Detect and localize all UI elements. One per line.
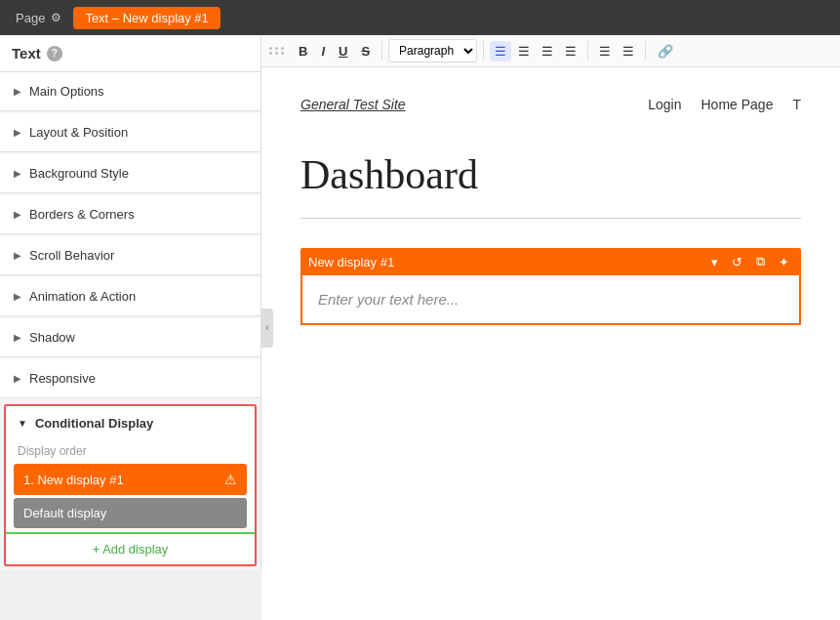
chevron-right-icon: ▶ — [14, 291, 21, 302]
list-ol-button[interactable]: ☰ — [618, 41, 639, 62]
site-logo[interactable]: General Test Site — [300, 97, 406, 112]
chevron-right-icon: ▶ — [14, 168, 21, 179]
section-layout-position-header[interactable]: ▶ Layout & Position — [0, 113, 260, 151]
section-animation-action-header[interactable]: ▶ Animation & Action — [0, 277, 260, 315]
section-layout-position-label: Layout & Position — [29, 125, 128, 140]
text-widget-placeholder: Enter your text here... — [318, 291, 459, 308]
display-item-default[interactable]: Default display — [14, 498, 247, 528]
widget-title: New display #1 — [308, 255, 701, 269]
display-item-new-label: 1. New display #1 — [23, 473, 124, 487]
text-widget-bar: New display #1 ▾ ↺ ⧉ ✦ — [300, 248, 801, 275]
toolbar-separator-2 — [483, 41, 484, 61]
section-scroll-behavior[interactable]: ▶ Scroll Behavior — [0, 236, 260, 275]
format-toolbar: B I U S Paragraph Heading 1 Heading 2 He… — [261, 35, 840, 67]
section-shadow[interactable]: ▶ Shadow — [0, 318, 260, 357]
top-bar: Page ⚙ Text – New display #1 — [0, 0, 840, 35]
nav-link-t[interactable]: T — [792, 97, 801, 112]
align-left-button[interactable]: ☰ — [490, 41, 511, 62]
strikethrough-button[interactable]: S — [355, 41, 376, 62]
align-justify-button[interactable]: ☰ — [560, 41, 581, 62]
text-widget-body[interactable]: Enter your text here... — [300, 275, 801, 325]
section-main-options[interactable]: ▶ Main Options — [0, 72, 260, 111]
section-scroll-behavior-header[interactable]: ▶ Scroll Behavior — [0, 236, 260, 274]
section-responsive-label: Responsive — [29, 371, 96, 386]
widget-copy-btn[interactable]: ⧉ — [752, 252, 769, 271]
paragraph-select[interactable]: Paragraph Heading 1 Heading 2 Heading 3 — [388, 39, 477, 62]
chevron-right-icon: ▶ — [14, 127, 21, 138]
italic-button[interactable]: I — [315, 41, 331, 62]
text-widget: New display #1 ▾ ↺ ⧉ ✦ Enter your text h… — [300, 248, 801, 325]
section-main-options-header[interactable]: ▶ Main Options — [0, 72, 260, 110]
chevron-right-icon: ▶ — [14, 373, 21, 384]
warning-icon: ⚠ — [224, 472, 237, 487]
toolbar-separator-1 — [381, 41, 382, 61]
nav-link-home[interactable]: Home Page — [701, 97, 774, 112]
drag-handle[interactable] — [269, 47, 285, 55]
widget-undo-btn[interactable]: ↺ — [728, 253, 746, 271]
active-tab-label: Text – New display #1 — [85, 11, 208, 25]
page-label: Page — [16, 11, 45, 25]
site-nav: General Test Site Login Home Page T — [300, 87, 801, 122]
section-animation-action-label: Animation & Action — [29, 289, 136, 304]
sidebar-wrapper: Text ? ▶ Main Options ▶ Layout & Positio… — [0, 35, 261, 620]
align-center-button[interactable]: ☰ — [513, 41, 535, 62]
chevron-right-icon: ▶ — [14, 209, 21, 220]
add-display-button[interactable]: + Add display — [6, 532, 255, 564]
sidebar: Text ? ▶ Main Options ▶ Layout & Positio… — [0, 35, 261, 570]
section-responsive[interactable]: ▶ Responsive — [0, 359, 260, 398]
gear-icon: ⚙ — [51, 11, 61, 24]
page-content: General Test Site Login Home Page T Dash… — [261, 67, 840, 620]
widget-dropdown-btn[interactable]: ▾ — [707, 253, 722, 271]
content-area: B I U S Paragraph Heading 1 Heading 2 He… — [261, 35, 840, 620]
section-background-style-header[interactable]: ▶ Background Style — [0, 154, 260, 192]
sidebar-header: Text ? — [0, 35, 260, 72]
toolbar-separator-3 — [587, 41, 588, 61]
conditional-display-header[interactable]: ▼ Conditional Display — [6, 406, 255, 440]
section-scroll-behavior-label: Scroll Behavior — [29, 248, 114, 263]
bold-button[interactable]: B — [293, 41, 313, 62]
chevron-right-icon: ▶ — [14, 332, 21, 343]
page-divider — [300, 218, 801, 219]
help-icon[interactable]: ? — [47, 46, 62, 62]
widget-settings-btn[interactable]: ✦ — [775, 253, 793, 271]
section-background-style-label: Background Style — [29, 166, 129, 181]
chevron-right-icon: ▶ — [14, 250, 21, 261]
conditional-display-section: ▼ Conditional Display Display order 1. N… — [4, 404, 257, 566]
active-tab[interactable]: Text – New display #1 — [73, 7, 220, 29]
display-item-new[interactable]: 1. New display #1 ⚠ — [14, 464, 247, 495]
page-title: Dashboard — [300, 151, 801, 198]
link-button[interactable]: 🔗 — [652, 41, 679, 62]
display-item-default-label: Default display — [23, 506, 106, 520]
main-layout: Text ? ▶ Main Options ▶ Layout & Positio… — [0, 35, 840, 620]
page-tab[interactable]: Page ⚙ — [8, 7, 69, 29]
nav-link-login[interactable]: Login — [648, 97, 681, 112]
section-animation-action[interactable]: ▶ Animation & Action — [0, 277, 260, 316]
conditional-display-title: Conditional Display — [35, 416, 153, 431]
section-layout-position[interactable]: ▶ Layout & Position — [0, 113, 260, 152]
chevron-down-icon: ▼ — [18, 418, 27, 429]
section-main-options-label: Main Options — [29, 84, 104, 99]
section-borders-corners-header[interactable]: ▶ Borders & Corners — [0, 195, 260, 233]
display-order-label: Display order — [6, 440, 255, 464]
section-background-style[interactable]: ▶ Background Style — [0, 154, 260, 193]
chevron-right-icon: ▶ — [14, 86, 21, 97]
section-responsive-header[interactable]: ▶ Responsive — [0, 359, 260, 397]
sidebar-title: Text — [12, 45, 41, 62]
underline-button[interactable]: U — [333, 41, 353, 62]
toolbar-separator-4 — [645, 41, 646, 61]
section-borders-corners-label: Borders & Corners — [29, 207, 135, 222]
site-nav-links: Login Home Page T — [648, 97, 801, 112]
section-borders-corners[interactable]: ▶ Borders & Corners — [0, 195, 260, 234]
list-ul-button[interactable]: ☰ — [594, 41, 616, 62]
section-shadow-header[interactable]: ▶ Shadow — [0, 318, 260, 356]
section-shadow-label: Shadow — [29, 330, 75, 345]
align-right-button[interactable]: ☰ — [537, 41, 558, 62]
